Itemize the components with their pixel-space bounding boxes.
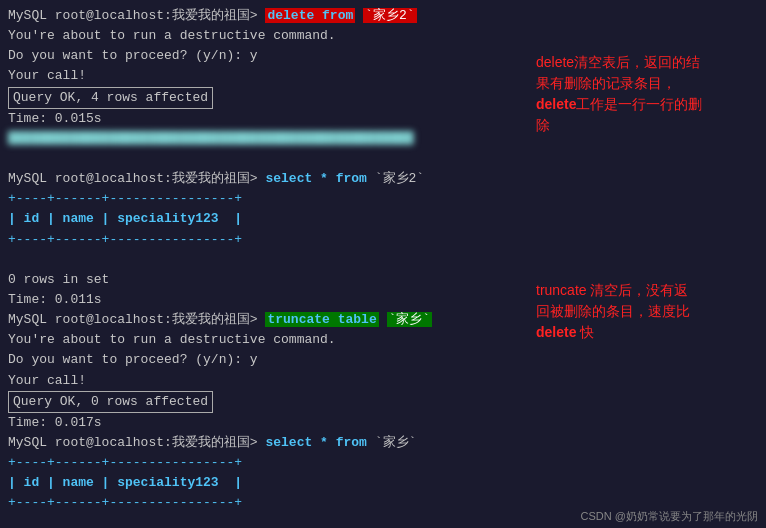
line-1: MySQL root@localhost:我爱我的祖国> delete from… (8, 6, 758, 26)
query-ok-1: Query OK, 4 rows affected (8, 87, 213, 109)
table-name-3: `家乡` (387, 312, 433, 327)
line-spacer-2 (8, 250, 758, 270)
annotation-truncate-text: truncate 清空后，没有返回被删除的条目，速度比delete 快 (536, 282, 690, 340)
prompt-3: MySQL root@localhost:我爱我的祖国> (8, 312, 265, 327)
table-border-1: +----+------+----------------+ (8, 189, 758, 209)
line-time-3: Time: 0.017s (8, 413, 758, 433)
cmd-delete: delete from (265, 8, 355, 23)
table-name-1: `家乡2` (363, 8, 416, 23)
annotation-delete: delete清空表后，返回的结果有删除的记录条目，delete工作是一行一行的删… (536, 52, 756, 136)
cmd-truncate: truncate table (265, 312, 378, 327)
prompt-4: MySQL root@localhost:我爱我的祖国> (8, 435, 265, 450)
line-proceed-2: Do you want to proceed? (y/n): y (8, 350, 758, 370)
table-name-4: `家乡` (375, 435, 417, 450)
table-border-3: +----+------+----------------+ (8, 453, 758, 473)
table-name-2: `家乡2` (375, 171, 424, 186)
annotation-delete-text: delete清空表后，返回的结果有删除的记录条目，delete工作是一行一行的删… (536, 54, 702, 133)
line-yourcall-2: Your call! (8, 371, 758, 391)
terminal: MySQL root@localhost:我爱我的祖国> delete from… (0, 0, 766, 528)
annotation-truncate: truncate 清空后，没有返回被删除的条目，速度比delete 快 (536, 280, 756, 343)
watermark: CSDN @奶奶常说要为了那年的光阴 (581, 509, 758, 524)
table-header-2: | id | name | speciality123 | (8, 473, 758, 493)
line-select-2: MySQL root@localhost:我爱我的祖国> select * fr… (8, 433, 758, 453)
table-header-1: | id | name | speciality123 | (8, 209, 758, 229)
line-2: You're about to run a destructive comman… (8, 26, 758, 46)
query-ok-2: Query OK, 0 rows affected (8, 391, 213, 413)
prompt-2: MySQL root@localhost:我爱我的祖国> (8, 171, 265, 186)
table-border-2: +----+------+----------------+ (8, 230, 758, 250)
line-spacer-1 (8, 149, 758, 169)
line-select-1: MySQL root@localhost:我爱我的祖国> select * fr… (8, 169, 758, 189)
line-queryok-2: Query OK, 0 rows affected (8, 391, 758, 413)
prompt-1: MySQL root@localhost:我爱我的祖国> (8, 8, 265, 23)
